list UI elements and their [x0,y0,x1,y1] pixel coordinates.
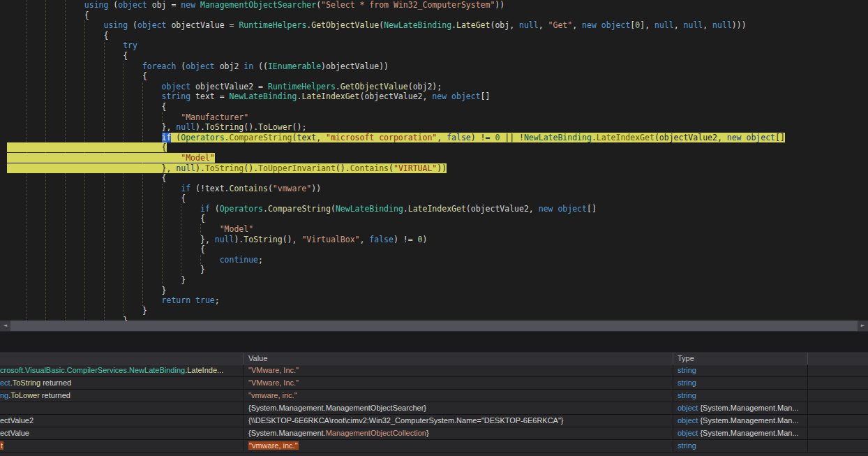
locals-name-cell[interactable]: t [0,440,244,452]
locals-type-cell[interactable]: object {System.Management.Man... [673,402,808,414]
scrollbar-thumb[interactable] [10,321,858,331]
token-s: "VMware, Inc." [248,378,299,387]
dnspy-window: using (object obj = new ManagementObject… [0,0,868,456]
locals-type-cell[interactable]: string [673,390,808,402]
editor-horizontal-scrollbar[interactable]: ◄ ► [0,321,868,331]
code-line[interactable]: { [7,214,868,224]
locals-type-cell[interactable]: object {System.Management.Man... [673,415,808,427]
token-p: (obj2); [408,82,442,91]
locals-row[interactable]: ectValue2{\\DESKTOP-6E6RKCA\root\cimv2:W… [0,415,868,427]
token-p: ( [108,0,118,10]
column-header-value[interactable]: Value [244,353,673,364]
code-line[interactable]: { [7,71,868,82]
code-editor[interactable]: using (object obj = new ManagementObject… [0,0,868,321]
code-line[interactable]: object objectValue2 = RuntimeHelpers.Get… [7,82,868,92]
token-m: LateIndexGet [301,91,359,101]
locals-type-cell[interactable]: string [673,365,808,376]
scrollbar-track[interactable] [10,321,858,331]
locals-name-cell[interactable] [0,402,244,414]
token-p: . [225,133,230,142]
token-p: . [451,20,456,30]
code-line[interactable]: { [7,173,868,184]
code-line[interactable]: } [7,306,868,316]
code-line[interactable]: if (!text.Contains("vmware")) [7,184,868,194]
token-t: NewLateBinding [230,91,297,101]
token-p: . [336,82,341,91]
code-line[interactable]: using (object objectValue = RuntimeHelpe… [7,20,868,31]
locals-name-cell[interactable]: ectValue2 [0,415,244,427]
token-p: (objectValue2, [654,133,727,142]
locals-value-cell[interactable]: {\\DESKTOP-6E6RKCA\root\cimv2:Win32_Comp… [244,415,673,427]
locals-row[interactable]: ect.ToString returned"VMware, Inc."strin… [0,377,868,390]
token-p: }, [162,122,177,132]
token-k: foreach [142,61,176,71]
code-line[interactable]: } [7,275,868,286]
code-line[interactable]: "Manufacturer" [7,112,868,123]
code-line[interactable]: { [7,31,868,41]
token-p: }, [162,163,177,173]
code-line[interactable]: "Model" [7,224,868,235]
token-p: ( [176,61,186,71]
code-line[interactable]: { [7,244,868,255]
token-t: RuntimeHelpers [239,20,306,30]
token-p: } [162,286,167,295]
code-line[interactable]: "Model" [7,153,868,163]
locals-type-cell[interactable]: string [673,440,808,452]
locals-value-cell[interactable]: "vmware, inc." [244,390,673,402]
highlighted-statement: { [7,142,167,152]
token-p: obj2 [215,61,244,71]
code-line[interactable]: { [7,193,868,204]
token-s: "Select * from Win32_ComputerSystem" [321,0,495,10]
code-line[interactable]: { [7,102,868,112]
code-line[interactable]: { [7,51,868,61]
token-m: ToString [205,163,244,173]
token-p: { [181,193,186,203]
token-k: using [84,0,109,10]
code-line[interactable]: } [7,286,868,296]
locals-row[interactable]: ectValue{System.Management.ManagementObj… [0,427,868,440]
locals-name-cell[interactable]: ect.ToString returned [0,377,244,389]
code-line[interactable]: }, null).ToString(), "VirtualBox", false… [7,235,868,245]
locals-row[interactable]: {System.Management.ManagementObjectSearc… [0,402,868,415]
code-line[interactable]: } [7,316,868,321]
column-header-name[interactable] [0,353,244,364]
token-s: "Manufacturer" [181,112,248,122]
locals-value-cell[interactable]: "VMware, Inc." [244,365,673,376]
locals-value-cell[interactable]: "VMware, Inc." [244,377,673,389]
code-line[interactable]: if (Operators.CompareString(text, "micro… [7,133,868,143]
code-line[interactable]: continue; [7,255,868,265]
scroll-right-icon[interactable]: ► [858,321,868,331]
code-line[interactable]: { [7,10,868,21]
token-k: ect [0,378,10,387]
locals-value-cell[interactable]: {System.Management.ManagementObjectSearc… [244,402,673,414]
code-line[interactable]: string text = NewLateBinding.LateIndexGe… [7,91,868,102]
locals-value-cell[interactable]: {System.Management.ManagementObjectColle… [244,427,673,439]
code-line[interactable]: }, null).ToString().ToUpperInvariant().C… [7,163,868,174]
token-k: false [369,235,394,244]
locals-row[interactable]: crosoft.VisualBasic.CompilerServices.New… [0,365,868,377]
pane-splitter[interactable] [0,331,868,353]
token-s: "VirtualBox" [301,235,359,244]
locals-name-cell[interactable]: ng.ToLower returned [0,390,244,402]
locals-type-cell[interactable]: string [673,377,808,389]
code-line[interactable]: using (object obj = new ManagementObject… [7,0,868,10]
code-line[interactable]: } [7,265,868,275]
code-line[interactable]: return true; [7,295,868,306]
locals-name-cell[interactable]: crosoft.VisualBasic.CompilerServices.New… [0,365,244,376]
locals-name-cell[interactable]: ectValue [0,427,244,439]
locals-value-cell[interactable]: "vmware, inc." [244,440,673,452]
code-line[interactable]: try [7,41,868,51]
locals-type-cell[interactable]: object {System.Management.Man... [673,427,808,439]
token-p: ( [331,204,336,214]
token-p: (objectValue2, [359,91,432,101]
code-line[interactable]: { [7,142,868,153]
code-line[interactable]: foreach (object obj2 in ((IEnumerable)ob… [7,61,868,72]
locals-row[interactable]: t"vmware, inc."string [0,440,868,453]
scroll-left-icon[interactable]: ◄ [0,321,10,331]
code-line[interactable]: }, null).ToString().ToLower(); [7,122,868,133]
column-header-type[interactable]: Type [673,353,808,364]
locals-row[interactable]: ng.ToLower returned"vmware, inc."string [0,390,868,402]
code-line[interactable]: if (Operators.CompareString(NewLateBindi… [7,204,868,214]
token-p: {System.Management. [248,429,326,437]
token-m: ToLower [258,122,292,132]
